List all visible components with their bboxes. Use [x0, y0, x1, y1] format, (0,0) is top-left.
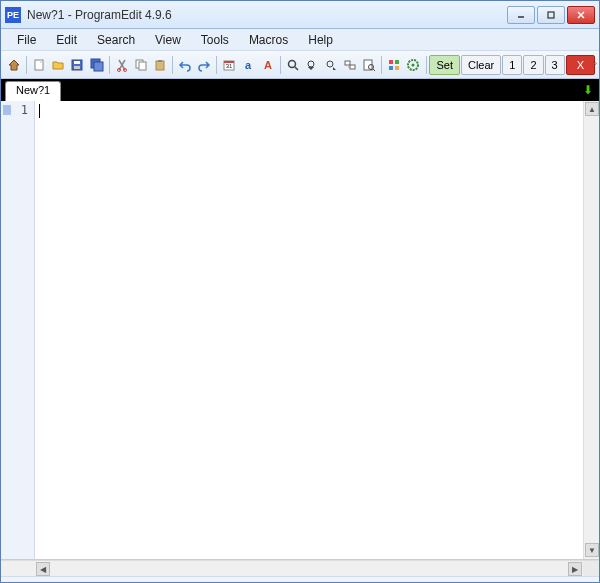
undo-icon[interactable] [176, 55, 194, 75]
replace-icon[interactable] [341, 55, 359, 75]
tab-new1[interactable]: New?1 [5, 81, 61, 101]
toolbar: 31 a A Set Clear 1 2 3 X » [1, 51, 599, 79]
open-file-icon[interactable] [49, 55, 67, 75]
menubar: File Edit Search View Tools Macros Help [1, 29, 599, 51]
menu-help[interactable]: Help [298, 30, 343, 50]
window-title: New?1 - ProgramEdit 4.9.6 [27, 8, 507, 22]
horizontal-scrollbar[interactable]: ◀ ▶ [1, 560, 599, 576]
menu-search[interactable]: Search [87, 30, 145, 50]
home-icon[interactable] [5, 55, 23, 75]
copy-icon[interactable] [132, 55, 150, 75]
svg-rect-30 [389, 60, 393, 64]
text-editor[interactable] [35, 101, 583, 559]
x-button[interactable]: X [566, 55, 595, 75]
svg-rect-32 [389, 66, 393, 70]
tabbar: New?1 ⬇ [1, 79, 599, 101]
gear-icon[interactable] [404, 55, 422, 75]
svg-rect-33 [395, 66, 399, 70]
svg-point-23 [308, 61, 314, 67]
new-file-icon[interactable] [30, 55, 48, 75]
scroll-right-icon[interactable]: ▶ [568, 562, 582, 576]
search-prev-icon[interactable] [303, 55, 321, 75]
svg-rect-13 [139, 62, 146, 70]
titlebar: PE New?1 - ProgramEdit 4.9.6 [1, 1, 599, 29]
menu-edit[interactable]: Edit [46, 30, 87, 50]
redo-icon[interactable] [195, 55, 213, 75]
search-icon[interactable] [284, 55, 302, 75]
line-gutter: 1 [1, 101, 35, 559]
close-button[interactable] [567, 6, 595, 24]
save-icon[interactable] [68, 55, 86, 75]
uppercase-icon[interactable]: A [259, 55, 277, 75]
calendar-icon[interactable]: 31 [220, 55, 238, 75]
save-all-icon[interactable] [88, 55, 106, 75]
svg-rect-26 [350, 65, 355, 69]
menu-tools[interactable]: Tools [191, 30, 239, 50]
search-next-icon[interactable] [322, 55, 340, 75]
menu-view[interactable]: View [145, 30, 191, 50]
svg-point-35 [412, 63, 415, 66]
color-grid-icon[interactable] [385, 55, 403, 75]
set-button[interactable]: Set [429, 55, 460, 75]
svg-text:a: a [245, 59, 252, 71]
svg-text:31: 31 [226, 63, 233, 69]
find-in-files-icon[interactable] [360, 55, 378, 75]
cut-icon[interactable] [113, 55, 131, 75]
download-icon[interactable]: ⬇ [583, 83, 593, 97]
editor-area: 1 ▲ ▼ [1, 101, 599, 560]
maximize-button[interactable] [537, 6, 565, 24]
scroll-down-icon[interactable]: ▼ [585, 543, 599, 557]
bookmark-marker [3, 105, 11, 115]
svg-rect-7 [74, 66, 80, 69]
bookmark-3-button[interactable]: 3 [545, 55, 565, 75]
minimize-button[interactable] [507, 6, 535, 24]
menu-macros[interactable]: Macros [239, 30, 298, 50]
svg-rect-31 [395, 60, 399, 64]
bookmark-1-button[interactable]: 1 [502, 55, 522, 75]
menu-file[interactable]: File [7, 30, 46, 50]
svg-rect-15 [158, 60, 162, 62]
toolbar-overflow-icon[interactable]: » [593, 59, 597, 68]
statusbar: Ln 1 Col 1 Char: none Windows ANSI Inser… [1, 576, 599, 583]
app-icon: PE [5, 7, 21, 23]
svg-rect-25 [345, 61, 350, 65]
svg-point-24 [327, 61, 333, 67]
svg-line-29 [373, 69, 375, 71]
scroll-left-icon[interactable]: ◀ [36, 562, 50, 576]
svg-rect-6 [74, 61, 80, 64]
text-cursor [39, 104, 40, 118]
svg-rect-9 [94, 62, 103, 71]
paste-icon[interactable] [151, 55, 169, 75]
clear-button[interactable]: Clear [461, 55, 501, 75]
svg-text:A: A [264, 59, 272, 71]
svg-rect-4 [35, 60, 43, 70]
window-controls [507, 6, 595, 24]
svg-point-21 [288, 60, 295, 67]
svg-rect-1 [548, 12, 554, 18]
svg-line-22 [295, 67, 298, 70]
vertical-scrollbar[interactable]: ▲ ▼ [583, 101, 599, 559]
scroll-up-icon[interactable]: ▲ [585, 102, 599, 116]
lowercase-icon[interactable]: a [239, 55, 257, 75]
bookmark-2-button[interactable]: 2 [523, 55, 543, 75]
svg-rect-14 [156, 61, 164, 70]
